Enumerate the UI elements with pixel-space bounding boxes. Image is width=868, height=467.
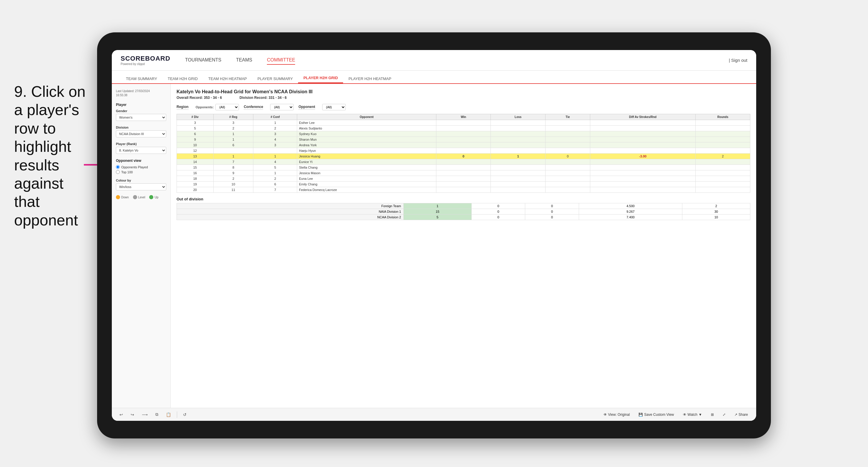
- table-row[interactable]: 12Haeju Hyun: [177, 148, 750, 154]
- toolbar-divider: [177, 411, 177, 418]
- tab-player-summary[interactable]: PLAYER SUMMARY: [252, 74, 298, 83]
- colour-by-label: Colour by: [116, 179, 166, 182]
- view-original-button[interactable]: 👁 View: Original: [601, 411, 632, 418]
- table-row[interactable]: 1474Eunice Yi: [177, 159, 750, 165]
- gender-select[interactable]: Women's: [116, 114, 166, 121]
- logo-sub: Powered by clippd: [121, 62, 170, 66]
- legend-level-label: Level: [138, 196, 145, 199]
- share-icon: ↗: [735, 412, 737, 417]
- division-record: Division Record: 331 - 34 - 6: [240, 96, 287, 100]
- table-row[interactable]: 1585Stella Chang: [177, 165, 750, 170]
- th-diff: Diff Av Strokes/Rnd: [590, 114, 695, 120]
- conference-select[interactable]: (All): [270, 104, 293, 111]
- radio-opponents-played[interactable]: Opponents Played: [116, 165, 166, 169]
- table-row[interactable]: 1691Jessica Mason: [177, 170, 750, 176]
- share-button[interactable]: ↗ Share: [732, 411, 750, 418]
- paste-button[interactable]: 📋: [164, 411, 173, 418]
- th-rounds: Rounds: [695, 114, 750, 120]
- th-tie: Tie: [546, 114, 590, 120]
- copy-button[interactable]: ⧉: [154, 411, 160, 418]
- view-icon: 👁: [603, 412, 607, 417]
- th-loss: Loss: [491, 114, 546, 120]
- expand-button[interactable]: ⤢: [720, 411, 728, 418]
- opponent-view-radios: Opponents Played Top 100: [116, 165, 166, 174]
- gender-label: Gender: [116, 109, 166, 113]
- tab-team-h2h-heatmap[interactable]: TEAM H2H HEATMAP: [203, 74, 252, 83]
- opponent-filter-label: Opponent: [298, 105, 315, 110]
- region-select[interactable]: (All): [215, 104, 239, 111]
- grid-button[interactable]: ⊞: [709, 411, 716, 418]
- top-nav: SCOREBOARD Powered by clippd TOURNAMENTS…: [112, 50, 756, 71]
- nav-items: TOURNAMENTS TEAMS COMMITTEE: [185, 56, 729, 65]
- division-label: Division: [116, 126, 166, 129]
- bottom-toolbar: ↩ ↪ ⟶ ⧉ 📋 ↺ 👁 View: Original 💾 Save Cust…: [112, 408, 756, 421]
- colour-by-select[interactable]: Win/loss: [116, 183, 166, 190]
- opponent-view-section: Opponent view Opponents Played Top 100: [116, 159, 166, 174]
- logo-title: SCOREBOARD: [121, 55, 170, 62]
- tab-team-summary[interactable]: TEAM SUMMARY: [121, 74, 162, 83]
- region-filter-label: Region: [177, 105, 189, 110]
- out-of-division-title: Out of division: [177, 197, 750, 201]
- region-opponents-filter: Opponents: (All): [196, 104, 239, 111]
- undo-button[interactable]: ↩: [118, 411, 125, 418]
- table-row[interactable]: 20117Federica Domecq Lacroze: [177, 187, 750, 193]
- h2h-table: # Div # Reg # Conf Opponent Win Loss Tie…: [177, 114, 750, 193]
- save-custom-view-button[interactable]: 💾 Save Custom View: [636, 411, 676, 418]
- division-select[interactable]: NCAA Division III: [116, 130, 166, 137]
- table-row[interactable]: 613Sydney Kuo: [177, 131, 750, 137]
- grid-title: Katelyn Vo Head-to-Head Grid for Women's…: [177, 89, 750, 94]
- table-row[interactable]: 522Alexis Sudjianto: [177, 126, 750, 131]
- color-legend: Down Level Up: [116, 195, 166, 199]
- player-rank-select[interactable]: 8. Katelyn Vo: [116, 147, 166, 154]
- logo: SCOREBOARD Powered by clippd: [121, 55, 170, 66]
- th-win: Win: [436, 114, 491, 120]
- legend-level-dot: [133, 195, 137, 199]
- nav-teams[interactable]: TEAMS: [236, 56, 252, 65]
- tab-player-h2h-grid[interactable]: PLAYER H2H GRID: [298, 73, 343, 83]
- table-row[interactable]: 19106Emily Chang: [177, 182, 750, 187]
- opponents-label: Opponents:: [196, 105, 214, 109]
- radio-top100[interactable]: Top 100: [116, 170, 166, 174]
- division-section: Division NCAA Division III: [116, 126, 166, 137]
- table-row[interactable]: 1311Jessica Huang010-3.002: [177, 154, 750, 159]
- sub-nav: TEAM SUMMARY TEAM H2H GRID TEAM H2H HEAT…: [112, 71, 756, 84]
- filters-row: Region Opponents: (All) Conference (All)…: [177, 104, 750, 111]
- table-row[interactable]: 1822Euna Lee: [177, 176, 750, 182]
- nav-committee[interactable]: COMMITTEE: [267, 56, 295, 65]
- tablet-frame: SCOREBOARD Powered by clippd TOURNAMENTS…: [97, 32, 771, 438]
- grid-records: Overall Record: 353 - 34 - 6 Division Re…: [177, 96, 750, 100]
- tab-team-h2h-grid[interactable]: TEAM H2H GRID: [162, 74, 203, 83]
- out-table-row[interactable]: NAIA Division 115009.26730: [177, 209, 750, 215]
- watch-icon: 👁: [683, 412, 686, 417]
- redo-button[interactable]: ↪: [129, 411, 136, 418]
- out-table-row[interactable]: NCAA Division 25007.40010: [177, 215, 750, 220]
- sidebar: Last Updated: 27/03/2024 16:55:38 Player…: [112, 84, 170, 408]
- table-row[interactable]: 1063Andrea York: [177, 143, 750, 148]
- gender-section: Gender Women's: [116, 109, 166, 121]
- th-opponent: Opponent: [297, 114, 436, 120]
- annotation-text: 9. Click on a player's row to highlight …: [14, 83, 91, 229]
- player-rank-section: Player (Rank) 8. Katelyn Vo: [116, 142, 166, 154]
- conference-filter-label: Conference: [244, 105, 263, 110]
- table-row[interactable]: 331Esther Lee: [177, 120, 750, 126]
- watch-button[interactable]: 👁 Watch ▼: [681, 411, 704, 418]
- table-row[interactable]: 914Sharon Mun: [177, 137, 750, 143]
- th-div: # Div: [177, 114, 214, 120]
- forward-button[interactable]: ⟶: [140, 411, 150, 418]
- tab-player-h2h-heatmap[interactable]: PLAYER H2H HEATMAP: [343, 74, 396, 83]
- nav-tournaments[interactable]: TOURNAMENTS: [185, 56, 221, 65]
- legend-down-dot: [116, 195, 120, 199]
- out-table-row[interactable]: Foreign Team1004.5002: [177, 203, 750, 209]
- colour-by-section: Colour by Win/loss: [116, 179, 166, 190]
- sign-out-button[interactable]: | Sign out: [729, 58, 747, 63]
- table-header-row: # Div # Reg # Conf Opponent Win Loss Tie…: [177, 114, 750, 120]
- tablet-screen: SCOREBOARD Powered by clippd TOURNAMENTS…: [112, 50, 756, 421]
- th-reg: # Reg: [213, 114, 253, 120]
- save-icon: 💾: [639, 412, 643, 417]
- main-content: Last Updated: 27/03/2024 16:55:38 Player…: [112, 84, 756, 408]
- opponent-select[interactable]: (All): [322, 104, 346, 111]
- player-section-title: Player: [116, 103, 166, 107]
- player-rank-label: Player (Rank): [116, 142, 166, 146]
- last-updated: Last Updated: 27/03/2024 16:55:38: [116, 89, 166, 97]
- refresh-button[interactable]: ↺: [181, 411, 188, 418]
